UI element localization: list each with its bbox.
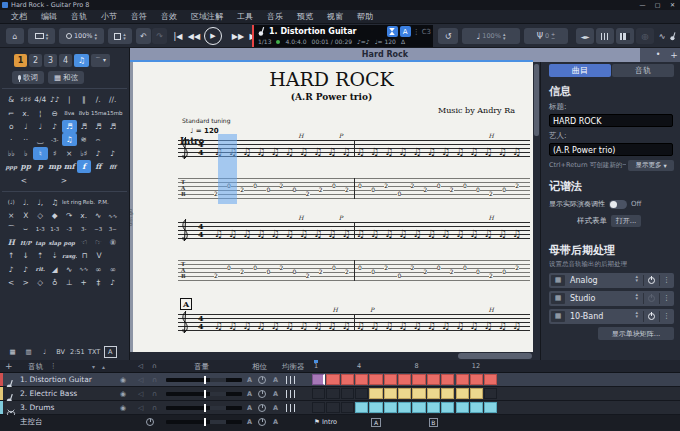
current-track-display[interactable]: 1. Distortion Guitar A ⋮ C3 1/13 4.0:4.0… <box>252 25 433 47</box>
palette-tool-6-0[interactable]: < <box>4 174 44 187</box>
palette-tool-0-7[interactable]: //. <box>106 93 121 106</box>
palette-tool-13-0[interactable]: ♪ <box>4 263 19 276</box>
palette-tool-5-0[interactable]: ppp <box>4 160 19 173</box>
palette-tool-4-2[interactable]: ♮ <box>33 147 48 160</box>
close-button[interactable]: ✕ <box>665 0 680 10</box>
tab-fret-number[interactable]: 0 <box>227 265 231 271</box>
palette-bottom-6[interactable]: A <box>104 346 117 358</box>
play-button[interactable]: ▶ <box>204 27 222 45</box>
tab-fret-number[interactable]: 2 <box>424 187 428 193</box>
measure-10[interactable] <box>441 374 454 385</box>
palette-tool-4-4[interactable]: × <box>62 147 77 160</box>
tab-fret-number[interactable]: 0 <box>371 187 375 193</box>
palette-tool-1-4[interactable]: 8va <box>62 107 77 120</box>
forward-button[interactable]: ▶▶ <box>230 28 246 44</box>
palette-tool-1-6[interactable]: 15ma <box>91 107 107 120</box>
palette-tool-11-1[interactable]: H/P <box>19 236 34 249</box>
section-marker-b[interactable]: B <box>429 415 438 431</box>
measure-3[interactable] <box>341 374 354 385</box>
palette-tool-11-7[interactable]: ⑧ <box>106 236 121 249</box>
skip-start-button[interactable]: |◀ <box>170 28 186 44</box>
palette-tool-2-2[interactable]: ♩ <box>33 120 48 133</box>
tab-fret-number[interactable]: 0 <box>437 265 441 271</box>
transpose-control[interactable]: Ψ0+− <box>524 28 568 44</box>
palette-tool-1-1[interactable]: x. <box>19 107 34 120</box>
palette-tool-0-5[interactable]: ‖ <box>77 93 92 106</box>
tab-fret-number[interactable]: 0 <box>266 187 270 193</box>
stylesheet-open-button[interactable]: 打开... <box>611 215 641 227</box>
keyboard-toggle[interactable] <box>616 28 634 44</box>
tab-fret-number[interactable]: 2 <box>280 265 284 271</box>
measure-12[interactable] <box>470 402 483 413</box>
palette-tool-2-4[interactable]: ♬ <box>62 120 77 133</box>
artist-input[interactable]: (A.R Power trio) <box>549 143 673 156</box>
tab-fret-number[interactable]: 0 <box>463 265 467 271</box>
palette-tool-0-4[interactable]: | <box>62 93 77 106</box>
palette-tool-10-0[interactable]: ⌒ <box>4 223 19 236</box>
palette-tool-10-4[interactable]: -3 <box>62 223 77 236</box>
eq-icon[interactable] <box>286 376 296 384</box>
measure-3[interactable] <box>341 402 354 413</box>
palette-tool-9-6[interactable]: ∿ <box>91 209 106 222</box>
tab-fret-number[interactable]: 2 <box>345 187 349 193</box>
palette-tool-12-0[interactable]: ↑ <box>4 249 19 262</box>
lyrics-button[interactable]: 歌词 <box>12 71 44 84</box>
palette-tool-4-5[interactable]: ♭♯ <box>77 147 92 160</box>
palette-tool-12-3[interactable]: ⇣ <box>48 249 63 262</box>
tab-fret-number[interactable]: 0 <box>253 183 257 189</box>
palette-tool-2-3[interactable]: ♪ <box>48 120 63 133</box>
tab-fret-number[interactable]: 0 <box>397 273 401 279</box>
chain-menu-button[interactable]: ⋮ <box>663 291 670 306</box>
palette-tool-3-6[interactable]: ⌢ <box>91 133 106 146</box>
tab-fret-number[interactable]: 2 <box>489 273 493 279</box>
menu-item-6[interactable]: 区域注解 <box>184 10 230 24</box>
chords-button[interactable]: ▦和弦 <box>48 71 84 84</box>
tab-fret-number[interactable]: 2 <box>450 187 454 193</box>
drumpads-toggle[interactable]: ◎ <box>636 28 654 44</box>
measure-10[interactable] <box>441 402 454 413</box>
palette-bottom-5[interactable]: TXT <box>88 346 101 358</box>
measure-12[interactable] <box>470 388 483 399</box>
palette-tool-10-5[interactable]: 3- <box>77 223 92 236</box>
measure-10[interactable] <box>441 388 454 399</box>
fretboard-toggle[interactable]: ◄► <box>576 28 594 44</box>
measure-5[interactable] <box>369 402 382 413</box>
palette-tool-4-6[interactable]: ♪ <box>91 147 106 160</box>
palette-bottom-2[interactable]: ♩ <box>38 346 51 358</box>
palette-tool-14-4[interactable]: ⊥ <box>62 276 77 289</box>
palette-tool-0-2[interactable]: 4/4 <box>33 93 48 106</box>
palette-tool-10-6[interactable]: ~3 <box>91 223 106 236</box>
master-extra-knob[interactable] <box>146 418 154 426</box>
palette-tool-13-2[interactable]: rit. <box>33 263 48 276</box>
eq-icon[interactable] <box>286 404 296 412</box>
palette-bottom-1[interactable]: ▥ <box>22 346 35 358</box>
palette-tool-9-2[interactable]: ◇ <box>33 209 48 222</box>
palette-tool-1-7[interactable]: 15mb <box>107 107 123 120</box>
measure-6[interactable] <box>384 388 397 399</box>
measure-8[interactable] <box>412 402 425 413</box>
tab-fret-number[interactable]: 2 <box>306 273 310 279</box>
menu-item-3[interactable]: 小节 <box>94 10 124 24</box>
measure-6[interactable] <box>384 402 397 413</box>
tab-fret-number[interactable]: 2 <box>280 183 284 189</box>
palette-tool-14-3[interactable]: ♁ <box>48 276 63 289</box>
palette-tool-10-1[interactable]: ⌣ <box>19 223 34 236</box>
expand-icon[interactable]: ▴ <box>102 360 105 373</box>
measure-5[interactable] <box>369 388 382 399</box>
measure-1[interactable] <box>312 388 325 399</box>
measure-9[interactable] <box>427 402 440 413</box>
chain-menu-button[interactable]: ⋮ <box>663 273 670 288</box>
palette-tool-9-1[interactable]: X <box>19 209 34 222</box>
palette-tool-11-0[interactable]: H <box>4 236 19 249</box>
measure-cells[interactable] <box>312 373 500 386</box>
menu-item-5[interactable]: 音效 <box>154 10 184 24</box>
tab-fret-number[interactable]: 2 <box>411 265 415 271</box>
master-volume-slider[interactable] <box>166 420 242 424</box>
palette-tool-2-1[interactable]: ♩ <box>19 120 34 133</box>
palette-tool-1-3[interactable]: ⊖ <box>48 107 63 120</box>
mastering-chain-10-band[interactable]: ▦10-Band▴▾⋮ <box>549 309 674 324</box>
palette-tool-0-6[interactable]: /. <box>91 93 106 106</box>
chain-power-button[interactable] <box>648 313 655 320</box>
palette-tool-14-5[interactable]: + <box>77 276 92 289</box>
palette-tool-9-7[interactable]: ∿∿ <box>106 209 121 222</box>
